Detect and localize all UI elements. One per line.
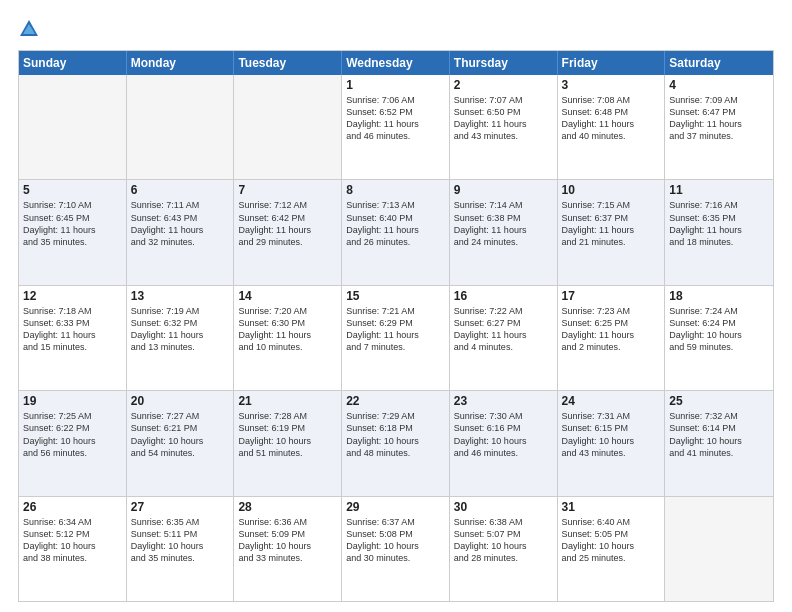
day-info: Sunrise: 7:11 AM Sunset: 6:43 PM Dayligh… xyxy=(131,199,230,248)
day-cell-30: 30Sunrise: 6:38 AM Sunset: 5:07 PM Dayli… xyxy=(450,497,558,601)
day-info: Sunrise: 7:13 AM Sunset: 6:40 PM Dayligh… xyxy=(346,199,445,248)
calendar-week-3: 12Sunrise: 7:18 AM Sunset: 6:33 PM Dayli… xyxy=(19,285,773,390)
day-number: 4 xyxy=(669,78,769,92)
day-info: Sunrise: 7:25 AM Sunset: 6:22 PM Dayligh… xyxy=(23,410,122,459)
empty-cell xyxy=(19,75,127,179)
day-info: Sunrise: 7:22 AM Sunset: 6:27 PM Dayligh… xyxy=(454,305,553,354)
day-cell-18: 18Sunrise: 7:24 AM Sunset: 6:24 PM Dayli… xyxy=(665,286,773,390)
day-info: Sunrise: 6:38 AM Sunset: 5:07 PM Dayligh… xyxy=(454,516,553,565)
day-info: Sunrise: 7:15 AM Sunset: 6:37 PM Dayligh… xyxy=(562,199,661,248)
day-number: 30 xyxy=(454,500,553,514)
day-info: Sunrise: 7:12 AM Sunset: 6:42 PM Dayligh… xyxy=(238,199,337,248)
logo xyxy=(18,18,44,40)
day-info: Sunrise: 7:08 AM Sunset: 6:48 PM Dayligh… xyxy=(562,94,661,143)
day-number: 9 xyxy=(454,183,553,197)
calendar: SundayMondayTuesdayWednesdayThursdayFrid… xyxy=(18,50,774,602)
day-cell-8: 8Sunrise: 7:13 AM Sunset: 6:40 PM Daylig… xyxy=(342,180,450,284)
day-number: 28 xyxy=(238,500,337,514)
day-number: 12 xyxy=(23,289,122,303)
calendar-week-4: 19Sunrise: 7:25 AM Sunset: 6:22 PM Dayli… xyxy=(19,390,773,495)
header-cell-monday: Monday xyxy=(127,51,235,75)
day-info: Sunrise: 6:37 AM Sunset: 5:08 PM Dayligh… xyxy=(346,516,445,565)
day-info: Sunrise: 6:36 AM Sunset: 5:09 PM Dayligh… xyxy=(238,516,337,565)
day-cell-28: 28Sunrise: 6:36 AM Sunset: 5:09 PM Dayli… xyxy=(234,497,342,601)
empty-cell xyxy=(234,75,342,179)
day-cell-11: 11Sunrise: 7:16 AM Sunset: 6:35 PM Dayli… xyxy=(665,180,773,284)
day-info: Sunrise: 7:20 AM Sunset: 6:30 PM Dayligh… xyxy=(238,305,337,354)
day-info: Sunrise: 7:10 AM Sunset: 6:45 PM Dayligh… xyxy=(23,199,122,248)
day-cell-7: 7Sunrise: 7:12 AM Sunset: 6:42 PM Daylig… xyxy=(234,180,342,284)
empty-cell xyxy=(127,75,235,179)
day-cell-22: 22Sunrise: 7:29 AM Sunset: 6:18 PM Dayli… xyxy=(342,391,450,495)
day-cell-10: 10Sunrise: 7:15 AM Sunset: 6:37 PM Dayli… xyxy=(558,180,666,284)
day-cell-14: 14Sunrise: 7:20 AM Sunset: 6:30 PM Dayli… xyxy=(234,286,342,390)
day-info: Sunrise: 7:06 AM Sunset: 6:52 PM Dayligh… xyxy=(346,94,445,143)
day-cell-12: 12Sunrise: 7:18 AM Sunset: 6:33 PM Dayli… xyxy=(19,286,127,390)
calendar-body: 1Sunrise: 7:06 AM Sunset: 6:52 PM Daylig… xyxy=(19,75,773,601)
day-number: 29 xyxy=(346,500,445,514)
calendar-week-5: 26Sunrise: 6:34 AM Sunset: 5:12 PM Dayli… xyxy=(19,496,773,601)
day-cell-27: 27Sunrise: 6:35 AM Sunset: 5:11 PM Dayli… xyxy=(127,497,235,601)
day-number: 1 xyxy=(346,78,445,92)
day-cell-3: 3Sunrise: 7:08 AM Sunset: 6:48 PM Daylig… xyxy=(558,75,666,179)
day-cell-16: 16Sunrise: 7:22 AM Sunset: 6:27 PM Dayli… xyxy=(450,286,558,390)
day-cell-26: 26Sunrise: 6:34 AM Sunset: 5:12 PM Dayli… xyxy=(19,497,127,601)
day-cell-2: 2Sunrise: 7:07 AM Sunset: 6:50 PM Daylig… xyxy=(450,75,558,179)
day-info: Sunrise: 7:29 AM Sunset: 6:18 PM Dayligh… xyxy=(346,410,445,459)
day-number: 18 xyxy=(669,289,769,303)
calendar-header: SundayMondayTuesdayWednesdayThursdayFrid… xyxy=(19,51,773,75)
day-info: Sunrise: 7:27 AM Sunset: 6:21 PM Dayligh… xyxy=(131,410,230,459)
day-cell-31: 31Sunrise: 6:40 AM Sunset: 5:05 PM Dayli… xyxy=(558,497,666,601)
day-cell-17: 17Sunrise: 7:23 AM Sunset: 6:25 PM Dayli… xyxy=(558,286,666,390)
day-number: 13 xyxy=(131,289,230,303)
day-number: 26 xyxy=(23,500,122,514)
day-cell-29: 29Sunrise: 6:37 AM Sunset: 5:08 PM Dayli… xyxy=(342,497,450,601)
day-info: Sunrise: 7:21 AM Sunset: 6:29 PM Dayligh… xyxy=(346,305,445,354)
day-cell-19: 19Sunrise: 7:25 AM Sunset: 6:22 PM Dayli… xyxy=(19,391,127,495)
day-cell-25: 25Sunrise: 7:32 AM Sunset: 6:14 PM Dayli… xyxy=(665,391,773,495)
calendar-week-1: 1Sunrise: 7:06 AM Sunset: 6:52 PM Daylig… xyxy=(19,75,773,179)
day-cell-20: 20Sunrise: 7:27 AM Sunset: 6:21 PM Dayli… xyxy=(127,391,235,495)
day-info: Sunrise: 6:35 AM Sunset: 5:11 PM Dayligh… xyxy=(131,516,230,565)
header-cell-sunday: Sunday xyxy=(19,51,127,75)
day-number: 10 xyxy=(562,183,661,197)
day-info: Sunrise: 7:28 AM Sunset: 6:19 PM Dayligh… xyxy=(238,410,337,459)
day-cell-21: 21Sunrise: 7:28 AM Sunset: 6:19 PM Dayli… xyxy=(234,391,342,495)
logo-icon xyxy=(18,18,40,40)
day-number: 21 xyxy=(238,394,337,408)
calendar-week-2: 5Sunrise: 7:10 AM Sunset: 6:45 PM Daylig… xyxy=(19,179,773,284)
day-number: 8 xyxy=(346,183,445,197)
day-number: 17 xyxy=(562,289,661,303)
day-number: 19 xyxy=(23,394,122,408)
header-cell-saturday: Saturday xyxy=(665,51,773,75)
header-cell-wednesday: Wednesday xyxy=(342,51,450,75)
day-cell-9: 9Sunrise: 7:14 AM Sunset: 6:38 PM Daylig… xyxy=(450,180,558,284)
header-cell-friday: Friday xyxy=(558,51,666,75)
day-number: 6 xyxy=(131,183,230,197)
day-number: 31 xyxy=(562,500,661,514)
day-info: Sunrise: 7:19 AM Sunset: 6:32 PM Dayligh… xyxy=(131,305,230,354)
day-info: Sunrise: 7:32 AM Sunset: 6:14 PM Dayligh… xyxy=(669,410,769,459)
day-cell-1: 1Sunrise: 7:06 AM Sunset: 6:52 PM Daylig… xyxy=(342,75,450,179)
day-number: 23 xyxy=(454,394,553,408)
day-info: Sunrise: 7:31 AM Sunset: 6:15 PM Dayligh… xyxy=(562,410,661,459)
empty-cell xyxy=(665,497,773,601)
day-number: 2 xyxy=(454,78,553,92)
day-info: Sunrise: 7:07 AM Sunset: 6:50 PM Dayligh… xyxy=(454,94,553,143)
day-info: Sunrise: 6:34 AM Sunset: 5:12 PM Dayligh… xyxy=(23,516,122,565)
day-cell-13: 13Sunrise: 7:19 AM Sunset: 6:32 PM Dayli… xyxy=(127,286,235,390)
day-cell-23: 23Sunrise: 7:30 AM Sunset: 6:16 PM Dayli… xyxy=(450,391,558,495)
day-number: 22 xyxy=(346,394,445,408)
day-info: Sunrise: 7:24 AM Sunset: 6:24 PM Dayligh… xyxy=(669,305,769,354)
day-info: Sunrise: 7:18 AM Sunset: 6:33 PM Dayligh… xyxy=(23,305,122,354)
header-cell-thursday: Thursday xyxy=(450,51,558,75)
day-info: Sunrise: 6:40 AM Sunset: 5:05 PM Dayligh… xyxy=(562,516,661,565)
day-info: Sunrise: 7:16 AM Sunset: 6:35 PM Dayligh… xyxy=(669,199,769,248)
day-number: 24 xyxy=(562,394,661,408)
day-number: 3 xyxy=(562,78,661,92)
day-info: Sunrise: 7:30 AM Sunset: 6:16 PM Dayligh… xyxy=(454,410,553,459)
page: SundayMondayTuesdayWednesdayThursdayFrid… xyxy=(0,0,792,612)
day-info: Sunrise: 7:14 AM Sunset: 6:38 PM Dayligh… xyxy=(454,199,553,248)
day-number: 7 xyxy=(238,183,337,197)
day-cell-5: 5Sunrise: 7:10 AM Sunset: 6:45 PM Daylig… xyxy=(19,180,127,284)
